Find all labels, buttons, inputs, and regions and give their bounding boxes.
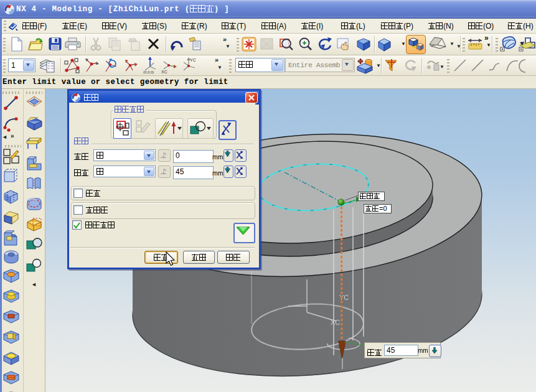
svg-text:XC: XC [161, 70, 167, 74]
svg-text:(0,0,0): (0,0,0) [143, 70, 154, 74]
svg-text:YC: YC [190, 58, 196, 62]
svg-text:YC: YC [339, 294, 349, 301]
svg-text:XC: XC [331, 319, 340, 326]
